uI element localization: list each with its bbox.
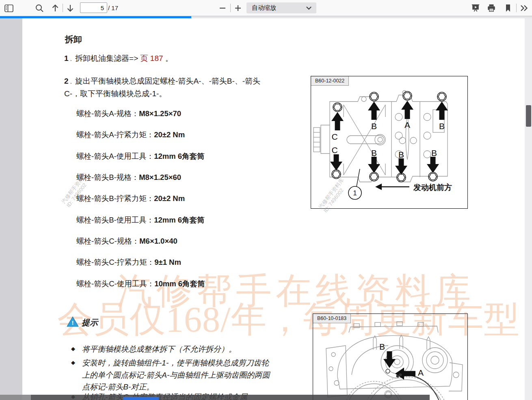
- print-button[interactable]: [486, 3, 497, 13]
- mark-b-arrow: [383, 351, 396, 368]
- page-total-label: / 17: [108, 4, 118, 11]
- pdf-page: 汽修帮手在线资料库 会员仅168/年，每周更新车型 汽修帮手资料库 ID: 74…: [22, 18, 525, 400]
- text-selection-highlight: [123, 397, 159, 400]
- zoom-select-value: 自动缩放: [247, 4, 276, 12]
- spec-row: 螺栓-箭头B-使用工具：12mm 6角套筒: [76, 215, 205, 225]
- plus-icon: [235, 5, 241, 11]
- scrollbar-thumb[interactable]: [526, 105, 531, 127]
- engine-front-label: 发动机前方: [413, 183, 452, 192]
- printer-icon: [487, 4, 496, 13]
- warning-triangle-icon: !: [66, 316, 79, 329]
- step-1-number: 1 .: [64, 54, 74, 63]
- bookmark-button[interactable]: [503, 3, 513, 13]
- loading-bar-progress: [0, 16, 191, 18]
- arrow-up-icon: [52, 4, 59, 12]
- search-icon: [35, 4, 44, 13]
- bookmark-icon: [504, 4, 512, 13]
- bolt-arrows-down: [330, 154, 439, 175]
- section-heading: 拆卸: [65, 34, 82, 45]
- svg-text:C: C: [331, 132, 337, 141]
- tip-title: 提示: [82, 317, 98, 328]
- arrow-down-icon: [67, 4, 74, 12]
- spec-row: 螺栓-箭头B-拧紧力矩：20±2 Nm: [76, 193, 185, 203]
- svg-text:A: A: [418, 368, 424, 377]
- step-2: 2 . 旋出平衡轴模块总成固定螺栓-箭头A-、-箭头B-、-箭头C-，取下平衡轴…: [64, 75, 269, 100]
- svg-text:B: B: [371, 121, 377, 131]
- bottom-overlay-light-segment: [0, 395, 31, 400]
- spec-row: 螺栓-箭头A-使用工具：12mm 6角套筒: [76, 151, 205, 161]
- previous-page-button[interactable]: [50, 3, 61, 13]
- zoom-select[interactable]: 自动缩放: [247, 2, 316, 13]
- chevron-down-icon: [306, 6, 311, 10]
- callout-number: 1: [353, 189, 357, 197]
- step-1-text: 拆卸机油集滤器=>: [75, 54, 140, 63]
- page-187-link[interactable]: 页 187: [141, 54, 163, 63]
- figure-id-label: B60-10-0183: [313, 314, 351, 323]
- spec-row: 螺栓-箭头A-拧紧力矩：20±2 Nm: [76, 130, 185, 140]
- spec-row: 螺栓-箭头C-拧紧力矩：9±1 Nm: [76, 257, 181, 267]
- spec-row: 螺栓-箭头B-规格：M8×1.25×60: [76, 172, 181, 182]
- direction-arrow: [375, 184, 382, 190]
- svg-text:B: B: [431, 148, 437, 158]
- bottom-dark-overlay: [0, 395, 430, 400]
- loading-bar-track: [0, 16, 532, 18]
- svg-text:B: B: [398, 150, 404, 159]
- step-1-suffix: 。: [163, 54, 173, 63]
- figure-crankshaft-timing-marks: B60-10-0183: [313, 314, 468, 400]
- next-page-button[interactable]: [65, 3, 76, 13]
- svg-text:B: B: [379, 342, 385, 351]
- step-2-text: 旋出平衡轴模块总成固定螺栓-箭头A-、-箭头B-、-箭头C-，取下平衡轴模块总成…: [64, 77, 260, 98]
- zoom-in-button[interactable]: [233, 3, 243, 13]
- spec-row: 螺栓-箭头C-规格：M6×1.0×40: [76, 236, 177, 246]
- more-tools-button[interactable]: [519, 3, 529, 13]
- page-number-input[interactable]: [80, 2, 107, 13]
- svg-text:!: !: [72, 319, 74, 326]
- svg-text:B: B: [439, 121, 445, 131]
- tip-bullet: 安装时，旋转曲轴组件-1-，使平衡轴模块总成剪刀齿轮上的单个圆点标记-箭头A-与…: [82, 357, 273, 393]
- double-chevron-right-icon: [520, 4, 528, 12]
- vertical-scrollbar: [525, 18, 532, 400]
- figure-id-label: B60-12-0022: [311, 76, 349, 86]
- pdf-toolbar: / 17 自动缩放: [0, 0, 532, 16]
- tip-bullet: 将平衡轴模块总成整体拆下（不允许拆分）。: [82, 343, 273, 355]
- svg-text:C: C: [331, 145, 337, 155]
- minus-icon: [219, 5, 226, 11]
- toolbar-divider: [516, 4, 517, 12]
- bullet-marker: ◆: [71, 359, 75, 365]
- arrow-labels: C B A B C B B B: [331, 120, 445, 159]
- step-1: 1 . 拆卸机油集滤器=> 页 187 。: [64, 52, 173, 65]
- search-button[interactable]: [34, 3, 45, 13]
- gear-alignment-diagram: B A: [313, 314, 467, 400]
- presentation-mode-button[interactable]: [470, 3, 481, 13]
- sidebar-toggle-icon: [4, 4, 13, 12]
- figure-balance-shaft-bolts: B60-12-0022: [311, 76, 468, 209]
- toolbar-divider: [230, 4, 231, 12]
- svg-text:A: A: [404, 120, 410, 130]
- presentation-icon: [471, 4, 480, 13]
- step-2-number: 2 .: [64, 77, 74, 85]
- sidebar-toggle-button[interactable]: [4, 3, 14, 13]
- engine-bottom-diagram: C B A B C B B B 1 发动机前方: [311, 76, 467, 208]
- svg-text:B: B: [371, 148, 377, 158]
- bullet-marker: ◆: [71, 346, 75, 352]
- zoom-out-button[interactable]: [217, 3, 228, 13]
- toolbar-divider: [63, 4, 63, 12]
- spec-row: 螺栓-箭头A-规格：M8×1.25×70: [76, 108, 181, 119]
- spec-row: 螺栓-箭头C-使用工具：10mm 6角套筒: [76, 279, 205, 289]
